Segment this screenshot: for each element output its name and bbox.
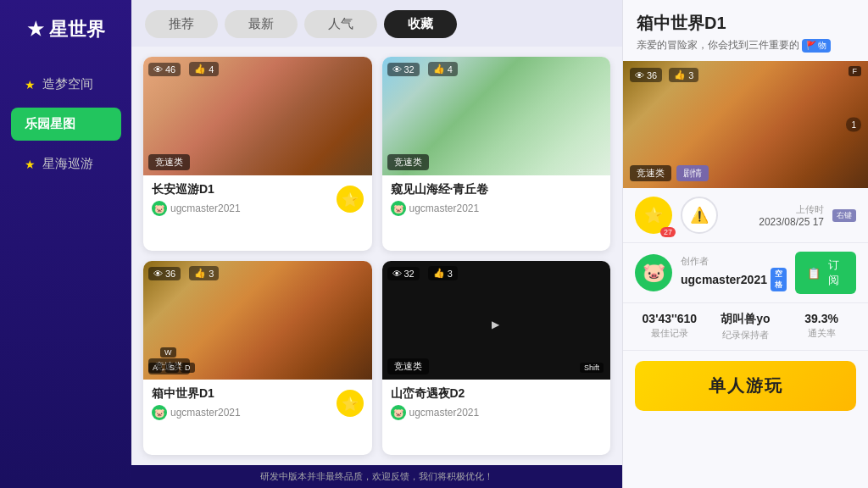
tab-shoucang[interactable]: 收藏 [384,10,457,38]
card1-info: 长安巡游D1 🐷 ugcmaster2021 ⭐ [143,175,372,223]
card4-author: 🐷 ugcmaster2021 [391,405,480,420]
sidebar: ★ 星世界 ★ 造梦空间 乐园星图 ★ 星海巡游 [0,0,131,488]
key-s: S [165,363,179,373]
star-icon-xinghai: ★ [25,158,36,171]
card2-likes: 👍 4 [428,62,458,76]
tab-renqi[interactable]: 人气 [304,10,377,38]
eye-icon: 👁 [153,64,163,75]
card4-avatar: 🐷 [391,405,406,420]
sidebar-item-leyuan[interactable]: 乐园星图 [11,108,121,141]
subscribe-icon: 📋 [807,267,821,280]
like-icon: 👍 [194,64,206,75]
creator-avatar: 🐷 [635,254,672,291]
preview-badge-type: 竞速类 剧情 [630,165,709,181]
panel-title: 箱中世界D1 [637,12,854,35]
panel-creator: 🐷 创作者 ugcmaster2021 空格 📋 订阅 [623,243,868,303]
tab-tuijian[interactable]: 推荐 [145,10,218,38]
card4-info: 山峦奇遇夜D2 🐷 ugcmaster2021 [382,380,611,427]
panel-actions: ⭐ 27 ⚠️ 上传时 2023/08/25 17 右键 [623,188,868,243]
key-d: D [181,363,195,373]
card2-badge: 竞速类 [387,154,429,170]
right-panel: 箱中世界D1 亲爱的冒险家，你会找到三件重要的 🚩 物 👁 36 👍 3 竞速类… [622,0,868,488]
play-button[interactable]: 单人游玩 [635,361,856,411]
like-icon3: 👍 [194,268,206,279]
scroll-indicator: 1 [846,118,861,132]
card3-likes: 👍 3 [189,266,219,280]
panel-preview: 👁 36 👍 3 竞速类 剧情 F 1 [623,61,868,188]
preview-views: 👁 36 [630,68,662,82]
card-chang-an[interactable]: 👁 46 👍 4 竞速类 长安巡游D1 🐷 ugcmaster2021 [143,57,372,251]
card1-stats: 👁 46 👍 4 [148,62,219,76]
card2-info: 窥见山海经·青丘卷 🐷 ugcmaster2021 [382,175,611,223]
star-count: 27 [660,227,676,237]
like-icon2: 👍 [433,64,445,75]
card2-views: 👁 32 [387,63,420,76]
card4-likes: 👍 3 [428,266,458,280]
panel-header: 箱中世界D1 亲爱的冒险家，你会找到三件重要的 🚩 物 [623,0,868,61]
star-action-btn[interactable]: ⭐ 27 [635,197,672,234]
key-a: A [148,363,162,373]
panel-desc: 亲爱的冒险家，你会找到三件重要的 🚩 物 [637,38,854,53]
card3-info: 箱中世界D1 🐷 ugcmaster2021 ⭐ [143,380,372,427]
cards-grid: 👁 46 👍 4 竞速类 长安巡游D1 🐷 ugcmaster2021 [131,47,622,465]
card1-avatar: 🐷 [152,201,167,216]
key-w: W [160,347,176,358]
key-shift: Shift [580,363,604,373]
stat-pass-rate: 39.3% 通关率 [787,312,856,341]
eye-icon4: 👁 [392,269,402,279]
creator-info: 创作者 ugcmaster2021 空格 [681,255,787,291]
sidebar-item-zaomeng[interactable]: ★ 造梦空间 [11,68,121,101]
card4-stats: 👁 32 👍 3 [387,266,458,280]
key-right-hint: 右键 [832,209,856,222]
upload-time: 上传时 2023/08/25 17 [759,203,824,228]
app-title: ★ 星世界 [27,17,105,42]
card1-views: 👁 46 [148,63,181,76]
like-icon-preview: 👍 [674,69,686,80]
card-mountain[interactable]: 👁 32 👍 3 竞速类 Shift 山峦奇遇夜D2 🐷 [382,261,611,455]
like-icon4: 👍 [433,268,445,279]
stat-best-record: 03'43''610 最佳记录 [635,312,704,341]
card3-title: 箱中世界D1 [152,386,241,402]
card3-views: 👁 36 [148,267,181,280]
card2-author: 🐷 ugcmaster2021 [391,201,489,216]
stat-record-holder: 胡叫兽yo 纪录保持者 [711,312,781,341]
main-content: 推荐 最新 人气 收藏 👁 46 👍 4 竞速类 [131,0,622,488]
card2-title: 窥见山海经·青丘卷 [391,182,489,197]
panel-stats-row: 03'43''610 最佳记录 胡叫兽yo 纪录保持者 39.3% 通关率 [623,303,868,351]
sidebar-item-xinghai[interactable]: ★ 星海巡游 [11,147,121,180]
cursor [492,316,500,324]
card3-star-btn[interactable]: ⭐ [337,390,364,417]
card4-title: 山峦奇遇夜D2 [391,386,480,402]
tab-zuixin[interactable]: 最新 [225,10,298,38]
subscribe-button[interactable]: 📋 订阅 [795,252,856,294]
card4-badge: 竞速类 [387,358,429,374]
card2-avatar: 🐷 [391,201,406,216]
star-icon: ★ [27,19,44,41]
star-icon-zaomeng: ★ [25,78,36,92]
eye-icon2: 👁 [392,64,402,75]
desc-badge: 🚩 物 [802,39,831,53]
tabs-bar: 推荐 最新 人气 收藏 [131,0,622,47]
card3-stats: 👁 36 👍 3 [148,266,219,280]
card1-star-btn[interactable]: ⭐ [337,186,364,213]
eye-icon-preview: 👁 [635,70,644,80]
card4-views: 👁 32 [387,267,420,280]
eye-icon3: 👁 [153,269,163,279]
card1-likes: 👍 4 [189,62,219,76]
flag-icon: 🚩 [806,40,816,52]
card3-author: 🐷 ugcmaster2021 [152,405,241,420]
preview-likes: 👍 3 [669,68,698,82]
warn-action-btn[interactable]: ⚠️ [681,197,718,234]
card3-avatar: 🐷 [152,405,167,420]
bottom-bar: 研发中版本并非最终品质，欢迎反馈，我们将积极优化！ [131,465,622,488]
card1-title: 长安巡游D1 [152,182,241,197]
card2-stats: 👁 32 👍 4 [387,62,458,76]
creator-badge: 空格 [771,268,787,291]
card1-badge: 竞速类 [148,154,190,170]
preview-stats: 👁 36 👍 3 [630,68,698,82]
card-shanhaijing[interactable]: 👁 32 👍 4 竞速类 窥见山海经·青丘卷 🐷 ugcmaster2021 [382,57,611,251]
creator-name: ugcmaster2021 空格 [681,268,787,291]
card1-author: 🐷 ugcmaster2021 [152,201,241,216]
card-box-world[interactable]: 👁 36 👍 3 竞速类 W A S D 箱中世界D1 [143,261,372,455]
key-f: F [849,66,862,76]
